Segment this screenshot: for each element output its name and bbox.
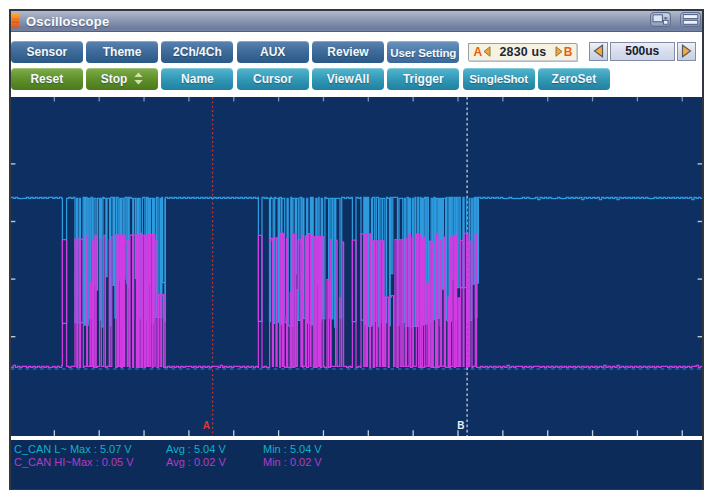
timebase-increase-button[interactable] (677, 42, 696, 61)
ch1-min-readout: Min : 5.04 V (263, 443, 322, 455)
button-label: 2Ch/4Ch (173, 45, 222, 59)
toolbar-button-trigger[interactable]: Trigger (387, 68, 459, 90)
button-label: ZeroSet (552, 72, 597, 86)
ch1-max-readout: C_CAN L~ Max : 5.07 V (14, 443, 132, 455)
button-label: Stop (101, 72, 128, 86)
timebase-decrease-button[interactable] (589, 42, 608, 61)
button-label: Review (327, 45, 368, 59)
button-label: Reset (30, 72, 63, 86)
toolbar-button-reset[interactable]: Reset (11, 68, 83, 90)
cursor-b-label: B (564, 46, 573, 58)
button-label: User Setting (390, 46, 456, 59)
button-label: AUX (260, 45, 285, 59)
cursor-a-label: A (473, 46, 482, 58)
screen: Oscilloscope (0, 0, 712, 498)
toolbar-button-2ch-4ch[interactable]: 2Ch/4Ch (161, 41, 233, 63)
toolbar-button-theme[interactable]: Theme (86, 41, 158, 63)
toolbar-button-cursor[interactable]: Cursor (237, 68, 309, 90)
capture-window-button[interactable] (650, 12, 671, 27)
app-icon (12, 13, 19, 28)
ab-delta-value: 2830 us (491, 45, 555, 59)
button-label: Trigger (403, 72, 444, 86)
button-label: ViewAll (327, 72, 369, 86)
cursor-b-arrow-icon (555, 46, 563, 57)
measurement-panel: C_CAN L~ Max : 5.07 V Avg : 5.04 V Min :… (11, 440, 702, 489)
toolbar-button-stop[interactable]: Stop (86, 68, 158, 90)
toolbar-button-viewall[interactable]: ViewAll (312, 68, 384, 90)
button-label: Sensor (26, 45, 67, 59)
titlebar: Oscilloscope (11, 11, 702, 32)
timebase-value[interactable]: 500us (610, 42, 675, 61)
scope-canvas: AB (11, 97, 702, 436)
button-label: Name (181, 72, 214, 86)
toolbar-button-singleshot[interactable]: SingleShot (463, 68, 535, 90)
cursor-b-marker-label: B (457, 420, 464, 431)
scope-display: AB (11, 97, 702, 436)
oscilloscope-window: Oscilloscope (9, 9, 704, 490)
up-down-spinner-icon (134, 72, 143, 85)
toolbar-button-review[interactable]: Review (312, 41, 384, 63)
cursor-a-marker-label: A (203, 420, 210, 431)
cursor-a-arrow-icon (483, 46, 491, 57)
ch1-avg-readout: Avg : 5.04 V (166, 443, 226, 455)
ch2-avg-readout: Avg : 0.02 V (166, 456, 226, 468)
ab-cursor-readout: A 2830 us B (468, 43, 577, 61)
toolbar-button-name[interactable]: Name (161, 68, 233, 90)
toolbar-button-sensor[interactable]: Sensor (11, 41, 83, 63)
button-label: Theme (103, 45, 142, 59)
toolbar-button-user-setting[interactable]: User Setting (387, 41, 459, 63)
window-title: Oscilloscope (26, 14, 109, 29)
ch2-min-readout: Min : 0.02 V (263, 456, 322, 468)
ch2-max-readout: C_CAN HI~Max : 0.05 V (14, 456, 134, 468)
button-label: SingleShot (469, 72, 528, 85)
toolbar-button-zeroset[interactable]: ZeroSet (538, 68, 610, 90)
button-label: Cursor (253, 72, 292, 86)
toolbar-button-aux[interactable]: AUX (237, 41, 309, 63)
tile-windows-button[interactable] (680, 12, 701, 27)
